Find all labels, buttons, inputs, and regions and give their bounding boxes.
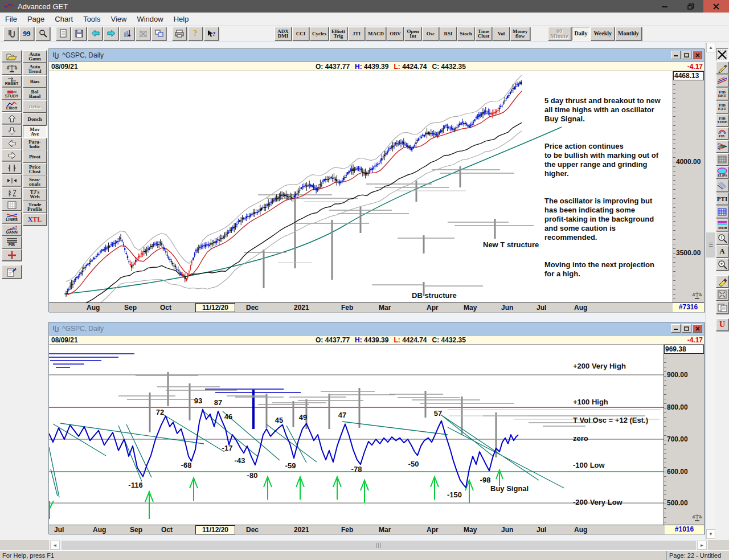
tool-auto-trend-button[interactable]: Auto Trend bbox=[23, 63, 47, 75]
chart-scale-icon[interactable] bbox=[120, 27, 134, 40]
analyze-magnifier-button[interactable]: 1 bbox=[716, 232, 728, 244]
help-icon[interactable]: ? bbox=[188, 27, 203, 40]
notes-tool-button[interactable] bbox=[716, 301, 728, 314]
reset-button[interactable]: RESET bbox=[2, 75, 22, 87]
tool-tjs-web-button[interactable]: TJ's Web bbox=[23, 188, 47, 201]
chart1-restore-button[interactable] bbox=[682, 51, 691, 59]
scale-adjust-icon[interactable] bbox=[691, 514, 703, 524]
text-tool-button[interactable]: A bbox=[716, 245, 728, 257]
scroll-right-arrow-icon[interactable]: ► bbox=[697, 541, 707, 550]
tool-bol-band-button[interactable]: Bol Band bbox=[23, 88, 47, 100]
expand-tool-button[interactable] bbox=[716, 288, 728, 301]
tool-mov-ave-button[interactable]: Mov Ave bbox=[23, 125, 47, 138]
study-osc-button[interactable]: Osc bbox=[422, 27, 439, 40]
vertical-scrollbar[interactable]: ▲ ☰ ▼ bbox=[705, 42, 715, 540]
horizontal-scrollbar[interactable]: ◄ ||| ► bbox=[0, 540, 729, 550]
chart2-plot-area[interactable]: +200 Very High +100 High T Vol Osc = +12… bbox=[49, 345, 664, 525]
expand-horizontal-button[interactable] bbox=[2, 174, 22, 186]
horizontal-scroll-thumb[interactable]: ||| bbox=[62, 541, 696, 550]
print-icon[interactable] bbox=[172, 27, 187, 40]
search-icon[interactable] bbox=[35, 27, 50, 40]
grid-tool-button[interactable] bbox=[716, 153, 728, 166]
study-rsi-button[interactable]: RSI bbox=[440, 27, 457, 40]
chart2-x-axis[interactable]: Jul Aug Sep Oct 11/12/20 Dec 2021 Feb Ma… bbox=[49, 525, 704, 534]
menu-file[interactable]: File bbox=[0, 13, 22, 26]
bar-spacing-button[interactable] bbox=[2, 162, 22, 174]
scroll-left-button[interactable] bbox=[2, 137, 22, 149]
page-forward-icon[interactable] bbox=[104, 27, 118, 40]
period-daily-button[interactable]: Daily bbox=[572, 27, 591, 40]
scroll-left-arrow-icon[interactable]: ◄ bbox=[50, 541, 60, 550]
chart-clip-button[interactable] bbox=[3, 27, 18, 40]
fib-tool-button[interactable]: FIB bbox=[2, 236, 22, 248]
minimize-button[interactable] bbox=[652, 0, 678, 13]
menu-help[interactable]: Help bbox=[169, 13, 194, 26]
chart1-minimize-button[interactable] bbox=[671, 51, 681, 59]
page-back-icon[interactable] bbox=[88, 27, 103, 40]
scroll-right-button[interactable] bbox=[2, 149, 22, 161]
chart1-title-bar[interactable]: ^GSPC, Daily bbox=[49, 49, 704, 62]
tool-trade-profile-button[interactable]: Trade Profile bbox=[23, 201, 47, 213]
chart2-title-bar[interactable]: ^GSPC, Daily bbox=[49, 322, 704, 335]
chart2-y-axis[interactable]: 969.38 900.00 800.00 700.00 600.00 500.0… bbox=[664, 345, 704, 525]
gann-tool-button[interactable]: GANN bbox=[2, 224, 22, 236]
elliott-button[interactable]: Elliott bbox=[2, 100, 22, 112]
regression-tool-button[interactable] bbox=[716, 179, 728, 192]
scroll-down-button[interactable] bbox=[2, 125, 22, 137]
fib-time-button[interactable]: FIB TIME bbox=[716, 114, 728, 126]
crosshair-button[interactable] bbox=[2, 249, 22, 261]
chart2-restore-button[interactable] bbox=[682, 324, 691, 333]
scroll-up-arrow-icon[interactable]: ▲ bbox=[706, 43, 715, 52]
mob-tool-button[interactable]: MOB bbox=[716, 219, 728, 231]
quotes-button[interactable]: 99 bbox=[19, 27, 34, 40]
scales-icon[interactable] bbox=[2, 63, 22, 75]
fib-extension-button[interactable]: FIB EXT bbox=[716, 101, 728, 113]
menu-tools[interactable]: Tools bbox=[78, 13, 105, 26]
period-weekly-button[interactable]: Weekly bbox=[591, 27, 615, 40]
study-jti-button[interactable]: JTI bbox=[348, 27, 365, 40]
chart-disabled-icon[interactable] bbox=[136, 27, 150, 40]
tool-auto-gann-button[interactable]: Auto Gann bbox=[23, 50, 47, 63]
compress-vertical-button[interactable] bbox=[2, 187, 22, 199]
scale-adjust-icon[interactable] bbox=[691, 292, 703, 301]
menu-view[interactable]: View bbox=[105, 13, 132, 26]
study-time-clusters-button[interactable]: Time Clust bbox=[475, 27, 492, 40]
study-button[interactable]: STUDY bbox=[2, 88, 22, 100]
chart2-minimize-button[interactable] bbox=[671, 324, 681, 333]
study-cci-button[interactable]: CCI bbox=[292, 27, 309, 40]
tool-seasonals-button[interactable]: Seas- onals bbox=[23, 175, 47, 188]
pti-tool-button[interactable]: PTI bbox=[716, 193, 728, 205]
marker-tool-button[interactable] bbox=[716, 275, 728, 288]
close-button[interactable] bbox=[703, 0, 729, 13]
scroll-up-button[interactable] bbox=[2, 112, 22, 124]
fib-retracement-button[interactable]: FIB RET bbox=[716, 88, 728, 100]
lines-tool-button[interactable]: LINES bbox=[2, 211, 22, 223]
vertical-scroll-thumb[interactable]: ☰ bbox=[706, 232, 715, 257]
grid-button[interactable] bbox=[2, 199, 22, 211]
chart1-x-axis[interactable]: Aug Sep Oct 11/12/20 Dec 2021 Feb Mar Ap… bbox=[49, 303, 704, 312]
new-page-icon[interactable] bbox=[56, 27, 71, 40]
tool-xtl-button[interactable]: XTL bbox=[23, 213, 47, 226]
chart-windows-icon[interactable] bbox=[151, 27, 166, 40]
restore-button[interactable] bbox=[678, 0, 703, 13]
properties-button[interactable] bbox=[2, 265, 22, 279]
tool-parabolic-button[interactable]: Para- bolic bbox=[23, 138, 47, 150]
pencil-tool-button[interactable] bbox=[716, 62, 728, 74]
study-adx-dmi-button[interactable]: ADX DMI bbox=[275, 27, 292, 40]
period-monthly-button[interactable]: Monthly bbox=[615, 27, 642, 40]
blue-grid-tool-button[interactable] bbox=[716, 206, 728, 218]
study-macd-button[interactable]: MACD bbox=[366, 27, 386, 40]
study-stoch-button[interactable]: Stoch bbox=[457, 27, 474, 40]
fan-lines-button[interactable] bbox=[716, 140, 728, 153]
period-60-minute-button[interactable]: 60 Minute bbox=[548, 27, 571, 40]
chart1-plot-area[interactable]: 5 day thrust and breakout to new all tim… bbox=[49, 71, 673, 303]
menu-chart[interactable]: Chart bbox=[50, 13, 78, 26]
context-help-icon[interactable]: ? bbox=[204, 27, 219, 40]
study-vol-button[interactable]: Vol bbox=[493, 27, 510, 40]
magnet-tool-button[interactable]: U bbox=[716, 318, 728, 331]
chart2-close-button[interactable] bbox=[693, 324, 702, 333]
tool-donch-button[interactable]: Donch bbox=[23, 113, 47, 125]
menu-page[interactable]: Page bbox=[22, 13, 50, 26]
save-icon[interactable] bbox=[72, 27, 87, 40]
fib-circles-button[interactable]: FIB bbox=[716, 127, 728, 140]
